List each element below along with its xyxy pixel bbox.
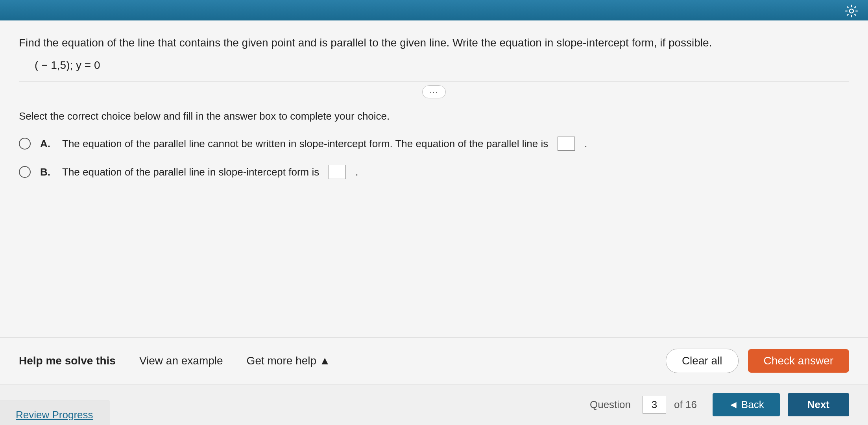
choice-a-suffix: .: [584, 138, 587, 150]
back-button[interactable]: ◄ Back: [713, 393, 780, 416]
nav-bar: Question 3 of 16 ◄ Back Next: [0, 384, 868, 425]
view-example-button[interactable]: View an example: [139, 355, 223, 367]
choice-a-text: The equation of the parallel line cannot…: [62, 138, 548, 150]
main-content: Find the equation of the line that conta…: [0, 20, 868, 425]
expand-button[interactable]: ···: [422, 85, 446, 98]
answer-input-a[interactable]: [558, 137, 575, 151]
right-actions: Clear all Check answer: [666, 349, 849, 373]
choice-a-label: A.: [40, 138, 50, 150]
select-instruction: Select the correct choice below and fill…: [19, 110, 849, 122]
help-me-solve-button[interactable]: Help me solve this: [19, 355, 116, 367]
choices-container: A. The equation of the parallel line can…: [19, 137, 849, 179]
question-number: 3: [643, 396, 666, 414]
help-bar: Help me solve this View an example Get m…: [0, 337, 868, 384]
bottom-section: Help me solve this View an example Get m…: [0, 337, 868, 425]
get-more-help-button[interactable]: Get more help ▲: [247, 355, 331, 367]
check-answer-button[interactable]: Check answer: [748, 349, 849, 373]
question-instruction: Find the equation of the line that conta…: [19, 35, 849, 51]
review-progress[interactable]: Review Progress: [0, 401, 109, 425]
clear-all-button[interactable]: Clear all: [666, 349, 739, 373]
top-bar: [0, 0, 868, 20]
given-values: ( − 1,5); y = 0: [35, 59, 849, 72]
nav-right: Question 3 of 16 ◄ Back Next: [590, 393, 849, 416]
choice-b-text: The equation of the parallel line in slo…: [62, 166, 319, 178]
question-label: Question: [590, 399, 631, 411]
next-button[interactable]: Next: [788, 393, 849, 416]
settings-icon[interactable]: [844, 4, 859, 18]
divider-1: [19, 81, 849, 81]
radio-b[interactable]: [19, 166, 31, 178]
choice-b-label: B.: [40, 166, 50, 178]
choice-b-row: B. The equation of the parallel line in …: [19, 165, 849, 179]
svg-point-0: [850, 9, 853, 13]
choice-b-suffix: .: [355, 166, 358, 178]
of-total: of 16: [674, 399, 697, 411]
answer-input-b[interactable]: [329, 165, 346, 179]
radio-a[interactable]: [19, 138, 31, 150]
choice-a-row: A. The equation of the parallel line can…: [19, 137, 849, 151]
